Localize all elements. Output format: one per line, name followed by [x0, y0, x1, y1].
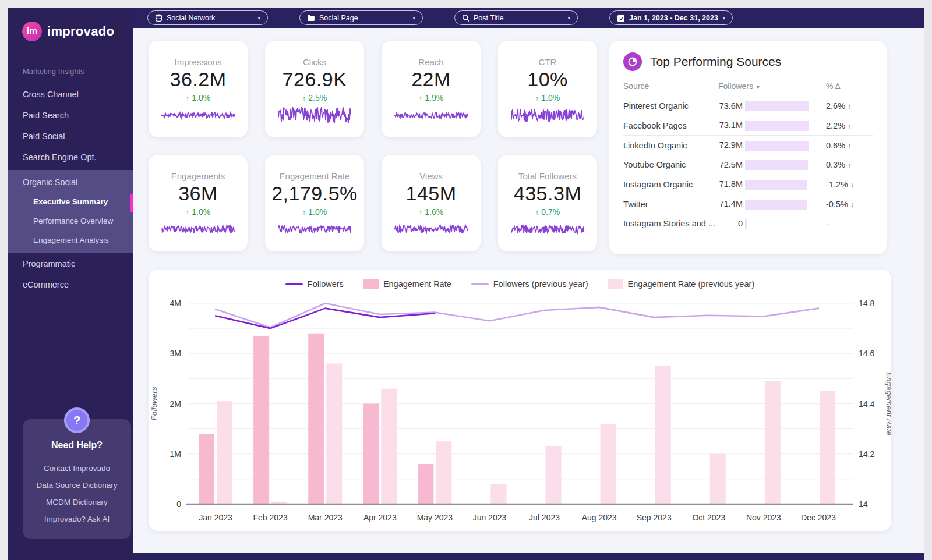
combo-chart: 01M2M3M4M1414.214.414.614.8FollowersEnga…	[149, 293, 891, 529]
delta-cell: -	[826, 214, 873, 233]
sidebar-item-paid-social[interactable]: Paid Social	[8, 126, 133, 147]
up-arrow-icon: ↑	[848, 102, 851, 111]
kpi-title: CTR	[498, 57, 597, 67]
sidebar-item-organic-social[interactable]: Organic Social	[8, 172, 133, 192]
filter-post-title[interactable]: Post Title ▾	[454, 10, 578, 25]
legend-label: Followers (previous year)	[493, 279, 588, 289]
pie-chart-icon	[623, 52, 642, 71]
kpi-value: 145M	[382, 182, 481, 205]
col-header-followers[interactable]: Followers ▼	[718, 79, 826, 97]
up-arrow-icon: ↑	[186, 94, 190, 102]
followers-cell: 0	[718, 214, 826, 233]
svg-text:3M: 3M	[170, 349, 181, 358]
sidebar: im improvado Marketing Insights Cross Ch…	[8, 8, 133, 560]
up-arrow-icon: ↑	[419, 208, 423, 217]
legend-swatch	[363, 279, 379, 289]
svg-text:2M: 2M	[170, 399, 181, 409]
kpi-title: Views	[382, 171, 481, 181]
question-mark-icon[interactable]: ?	[64, 407, 90, 433]
kpi-sparkline	[511, 104, 584, 127]
kpi-sparkline	[161, 218, 235, 241]
svg-text:Followers: Followers	[150, 387, 158, 420]
table-row[interactable]: LinkedIn Organic72.9M0.6% ↑	[623, 136, 873, 155]
filter-date-range[interactable]: Jan 1, 2023 - Dec 31, 2023 ▾	[609, 10, 733, 25]
improvado-logo-icon: im	[22, 22, 42, 41]
delta-cell: 2.2% ↑	[826, 116, 873, 136]
table-row[interactable]: Youtube Organic72.5M0.3% ↑	[623, 155, 873, 175]
sidebar-item-programmatic[interactable]: Programmatic	[8, 253, 133, 274]
svg-text:Aug 2023: Aug 2023	[582, 513, 617, 522]
followers-engagement-chart-card: FollowersEngagement RateFollowers (previ…	[149, 270, 891, 531]
followers-bar	[745, 200, 807, 210]
help-link-mcdm-dictionary[interactable]: MCDM Dictionary	[29, 494, 125, 511]
svg-text:May 2023: May 2023	[417, 513, 453, 522]
legend-item-followers-previous-year-[interactable]: Followers (previous year)	[471, 279, 588, 289]
database-icon	[155, 14, 163, 22]
up-arrow-icon: ↑	[848, 161, 851, 169]
help-link-ask-ai[interactable]: Improvado? Ask AI	[29, 511, 125, 527]
kpi-card-ctr: CTR10%↑ 1.0%	[498, 41, 597, 137]
source-name: Twitter	[623, 194, 718, 214]
followers-cell: 73.6M	[718, 97, 826, 116]
sidebar-item-ecommerce[interactable]: eCommerce	[8, 274, 133, 295]
logo[interactable]: im improvado	[8, 8, 133, 41]
svg-text:Feb 2023: Feb 2023	[253, 513, 288, 522]
sidebar-section-label: Marketing Insights	[8, 41, 133, 76]
source-name: Instagram Stories and ...	[623, 214, 718, 233]
filter-social-page[interactable]: Social Page ▾	[299, 10, 423, 25]
svg-text:Jun 2023: Jun 2023	[473, 513, 507, 522]
kpi-card-reach: Reach22M↑ 1.9%	[382, 41, 481, 137]
kpi-title: Total Followers	[498, 171, 597, 181]
sort-desc-icon: ▼	[756, 84, 761, 90]
chart-legend: FollowersEngagement RateFollowers (previ…	[149, 275, 891, 293]
up-arrow-icon: ↑	[419, 94, 423, 102]
legend-item-followers[interactable]: Followers	[285, 279, 344, 289]
legend-item-engagement-rate[interactable]: Engagement Rate	[363, 279, 451, 289]
sidebar-item-cross-channel[interactable]: Cross Channel	[8, 84, 133, 105]
followers-bar	[745, 180, 807, 190]
sidebar-item-engagement-analysis[interactable]: Engagement Analysis	[8, 231, 133, 250]
delta-cell: -0.5% ↓	[826, 194, 873, 214]
calendar-icon	[617, 14, 625, 22]
table-row[interactable]: Instagram Organic71.8M-1.2% ↓	[623, 175, 873, 194]
kpi-sparkline	[511, 218, 584, 241]
sources-title: Top Performing Sources	[650, 55, 781, 69]
followers-cell: 73.1M	[718, 116, 826, 136]
sidebar-item-search-engine-opt[interactable]: Search Engine Opt.	[8, 147, 133, 168]
sidebar-item-executive-summary[interactable]: Executive Summary	[8, 192, 133, 211]
kpi-title: Engagements	[149, 171, 248, 181]
sidebar-item-performance-overview[interactable]: Performance Overview	[8, 211, 133, 231]
help-link-contact[interactable]: Contact Improvado	[29, 460, 125, 477]
kpi-delta: ↑ 1.9%	[382, 93, 481, 102]
legend-swatch	[608, 279, 623, 289]
up-arrow-icon: ↑	[302, 208, 306, 217]
table-row[interactable]: Pinterest Organic73.6M2.6% ↑	[623, 97, 873, 116]
svg-text:14.8: 14.8	[859, 299, 874, 308]
table-row[interactable]: Facebook Pages73.1M2.2% ↑	[623, 116, 873, 136]
kpi-delta: ↑ 1.0%	[149, 93, 248, 102]
col-header-delta[interactable]: % Δ	[826, 79, 873, 97]
kpi-title: Clicks	[265, 57, 364, 67]
kpi-value: 10%	[498, 68, 597, 91]
followers-bar	[745, 160, 808, 170]
kpi-sparkline	[278, 104, 351, 127]
filter-label: Post Title	[474, 14, 503, 22]
col-header-source[interactable]: Source	[623, 79, 718, 97]
help-link-data-source-dictionary[interactable]: Data Source Dictionary	[29, 477, 125, 494]
kpi-delta: ↑ 1.0%	[265, 207, 364, 217]
table-row[interactable]: Twitter71.4M-0.5% ↓	[623, 194, 873, 214]
delta-cell: 2.6% ↑	[826, 97, 873, 116]
legend-item-engagement-rate-previous-year-[interactable]: Engagement Rate (previous year)	[608, 279, 755, 289]
up-arrow-icon: ↑	[848, 122, 851, 130]
svg-text:14.4: 14.4	[859, 399, 874, 409]
table-row[interactable]: Instagram Stories and ...0-	[623, 214, 873, 233]
top-performing-sources-card: Top Performing Sources Source Followers …	[609, 41, 887, 254]
kpi-title: Engagement Rate	[265, 171, 364, 181]
filter-label: Social Network	[167, 14, 215, 22]
svg-text:Oct 2023: Oct 2023	[692, 513, 725, 522]
sources-table: Source Followers ▼ % Δ Pinterest Organic…	[623, 79, 873, 233]
filter-social-network[interactable]: Social Network ▾	[147, 10, 268, 25]
sidebar-item-paid-search[interactable]: Paid Search	[8, 105, 133, 126]
kpi-delta: ↑ 1.0%	[498, 93, 597, 102]
kpi-value: 36M	[149, 182, 248, 205]
